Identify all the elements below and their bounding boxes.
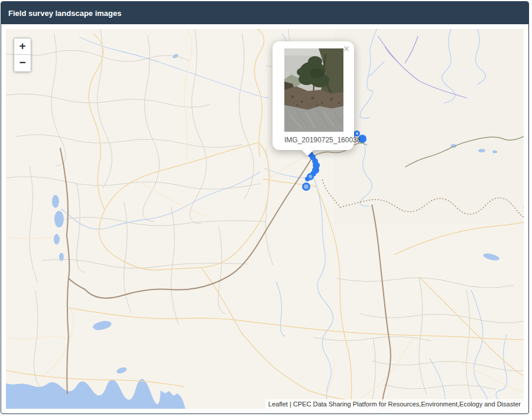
attribution-text: CPEC Data Sharing Platform for Resources…	[293, 401, 521, 408]
field-survey-panel: Field survey landscape images	[1, 1, 529, 414]
image-popup: ×	[273, 41, 354, 150]
zoom-in-button[interactable]: +	[14, 38, 31, 55]
markers-layer	[6, 29, 524, 409]
image-marker[interactable]	[305, 177, 310, 181]
panel-header: Field survey landscape images	[1, 2, 528, 24]
map-attribution: Leaflet | CPEC Data Sharing Platform for…	[265, 399, 524, 409]
popup-photo[interactable]	[284, 48, 343, 132]
zoom-out-button[interactable]: −	[14, 55, 31, 71]
image-marker[interactable]	[302, 183, 310, 191]
attribution-separator: |	[288, 401, 293, 408]
zoom-control: + −	[14, 38, 31, 72]
popup-close-icon[interactable]: ×	[343, 44, 349, 54]
leaflet-link[interactable]: Leaflet	[268, 401, 288, 408]
popup-caption: IMG_20190725_160038	[284, 136, 361, 144]
panel-body: + − ×	[1, 24, 528, 414]
landslide-photo-art	[284, 48, 343, 132]
leaflet-map[interactable]: + − ×	[6, 29, 524, 409]
panel-title: Field survey landscape images	[8, 9, 121, 18]
